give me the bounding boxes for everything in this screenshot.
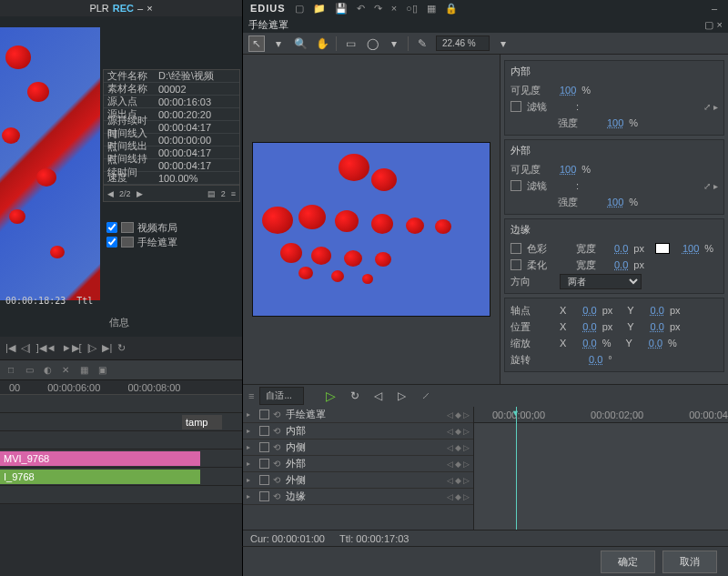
color-swatch[interactable]	[655, 243, 670, 254]
kf-checkbox[interactable]	[259, 475, 269, 485]
next-key-icon[interactable]: ▷	[463, 427, 470, 436]
kf-row[interactable]: ▸⟲外部◁◆▷	[243, 456, 473, 472]
next-key-icon[interactable]: ▷	[463, 410, 470, 419]
cancel-button[interactable]: 取消	[662, 551, 717, 573]
kf-row[interactable]: ▸⟲内侧◁◆▷	[243, 440, 473, 456]
pen-tool-icon[interactable]: ✎	[414, 35, 430, 52]
mark-in-icon[interactable]: |◀	[5, 342, 15, 354]
menu-icon[interactable]: ≡	[231, 189, 236, 198]
scale-x-value[interactable]: 0.0	[582, 338, 596, 349]
menu-icon[interactable]: ≡	[248, 390, 254, 401]
ok-button[interactable]: 确定	[601, 551, 655, 573]
loop-icon[interactable]: ↻	[117, 342, 126, 354]
ellipse-tool-icon[interactable]: ◯	[364, 35, 380, 52]
timeline-clip[interactable]: MVI_9768	[0, 451, 200, 466]
prev-key-icon[interactable]: ◁	[447, 476, 453, 485]
save-icon[interactable]: 💾	[335, 3, 348, 15]
effect-item[interactable]: 视频布局	[103, 220, 240, 235]
next-key-icon[interactable]: ▷	[463, 460, 470, 469]
next-key-icon[interactable]: ▷	[463, 492, 470, 501]
pivot-x-value[interactable]: 0.0	[582, 305, 596, 316]
prev-key-icon[interactable]: ◁	[447, 492, 453, 501]
reset-icon[interactable]: ⟲	[273, 475, 280, 485]
direction-select[interactable]: 两者	[560, 274, 642, 289]
open-icon[interactable]: 📁	[313, 3, 326, 15]
add-key-icon[interactable]: ◆	[455, 492, 461, 501]
strength-value[interactable]: 100	[607, 197, 623, 207]
fit-mode-dropdown[interactable]: 自适...	[259, 387, 303, 405]
dropdown-icon[interactable]: ▾	[270, 35, 287, 52]
hand-tool-icon[interactable]: ✋	[314, 35, 330, 52]
tool-icon[interactable]: ✕	[58, 363, 73, 378]
play-icon[interactable]: ▷	[322, 388, 340, 404]
next-key-icon[interactable]: ▷	[463, 443, 470, 452]
settings-icon[interactable]: ○▯	[406, 3, 418, 15]
dropdown-icon[interactable]: ▾	[386, 35, 402, 52]
effect-checkbox[interactable]	[106, 237, 117, 248]
soften-value[interactable]: 0.0	[614, 259, 628, 270]
visibility-value[interactable]: 100	[560, 85, 576, 96]
rotation-value[interactable]: 0.0	[589, 354, 602, 365]
tool-icon[interactable]: ▭	[22, 363, 36, 378]
reset-icon[interactable]: ⟲	[273, 442, 280, 452]
kf-checkbox[interactable]	[259, 459, 269, 469]
tool-icon[interactable]: ▦	[76, 363, 91, 378]
new-icon[interactable]: ▢	[295, 3, 304, 15]
add-key-icon[interactable]: ◆	[455, 410, 461, 419]
pos-y-value[interactable]: 0.0	[651, 321, 664, 332]
expand-icon[interactable]: ⤢ ▸	[703, 102, 718, 112]
dropdown-icon[interactable]: ▾	[495, 35, 511, 52]
list-icon[interactable]: ▤	[207, 189, 216, 198]
expand-icon[interactable]: ▸	[247, 492, 256, 500]
timeline-track[interactable]: tamp	[0, 413, 242, 431]
mark-out-arrow-icon[interactable]: |▷	[87, 342, 97, 354]
maximize-icon[interactable]: ▢	[704, 19, 713, 31]
timeline-track[interactable]: MVI_9768	[0, 450, 242, 468]
expand-icon[interactable]: ▸	[247, 476, 256, 484]
timeline-clip[interactable]: I_9768	[0, 470, 200, 484]
opacity-value[interactable]: 100	[682, 243, 699, 254]
timeline-track[interactable]	[0, 431, 242, 450]
add-key-icon[interactable]: ◆	[455, 460, 461, 469]
close-icon[interactable]: ×	[391, 3, 397, 14]
effect-item[interactable]: 手绘遮罩	[103, 235, 240, 249]
tool-icon[interactable]: □	[4, 363, 18, 378]
keyframe-timeline[interactable]: 00:00:00;00 00:00:02;00 00:00:04	[474, 407, 728, 530]
kf-checkbox[interactable]	[259, 442, 269, 452]
expand-icon[interactable]: ⤢ ▸	[703, 181, 718, 191]
close-icon[interactable]: ×	[717, 19, 723, 31]
prev-key-icon[interactable]: ◁	[447, 427, 453, 436]
add-key-icon[interactable]: ◆	[455, 443, 461, 452]
expand-icon[interactable]: ▸	[247, 427, 256, 435]
kf-row[interactable]: ▸⟲手绘遮罩◁◆▷	[243, 407, 473, 423]
timeline-ruler[interactable]: 00 00:00:06:00 00:00:08:00	[0, 380, 242, 395]
add-key-icon[interactable]: ◆	[455, 476, 461, 485]
next-key-icon[interactable]: ▷	[463, 476, 470, 485]
clip-in-icon[interactable]: ]◀◄	[36, 342, 56, 354]
tool-icon[interactable]: ◐	[40, 363, 55, 378]
prev-key-icon[interactable]: ◁	[447, 410, 453, 419]
visibility-value[interactable]: 100	[560, 164, 576, 175]
redo-icon[interactable]: ↷	[374, 3, 382, 15]
soften-checkbox[interactable]	[511, 259, 521, 270]
minimize-icon[interactable]: –	[708, 2, 721, 15]
effect-checkbox[interactable]	[106, 222, 117, 233]
filter-checkbox[interactable]	[511, 180, 521, 191]
expand-icon[interactable]: ▸	[247, 443, 256, 451]
layout-icon[interactable]: ▦	[427, 3, 436, 15]
close-icon[interactable]: ×	[147, 3, 152, 14]
strength-value[interactable]: 100	[607, 117, 623, 128]
minimize-icon[interactable]: –	[137, 3, 143, 14]
rect-tool-icon[interactable]: ▭	[342, 35, 359, 52]
zoom-dropdown[interactable]: 22.46 %	[436, 35, 490, 51]
color-checkbox[interactable]	[511, 243, 521, 254]
expand-icon[interactable]: ▸	[247, 410, 256, 419]
timeline-track[interactable]	[0, 395, 242, 413]
lock-icon[interactable]: 🔒	[445, 3, 458, 15]
prev-key-icon[interactable]: ◁	[447, 443, 453, 452]
kf-row[interactable]: ▸⟲外侧◁◆▷	[243, 472, 473, 489]
reset-icon[interactable]: ⟲	[273, 426, 280, 436]
mark-in-arrow-icon[interactable]: ◁|	[21, 342, 31, 354]
expand-icon[interactable]: ▸	[247, 460, 256, 468]
prev-key-icon[interactable]: ◁	[447, 460, 453, 469]
